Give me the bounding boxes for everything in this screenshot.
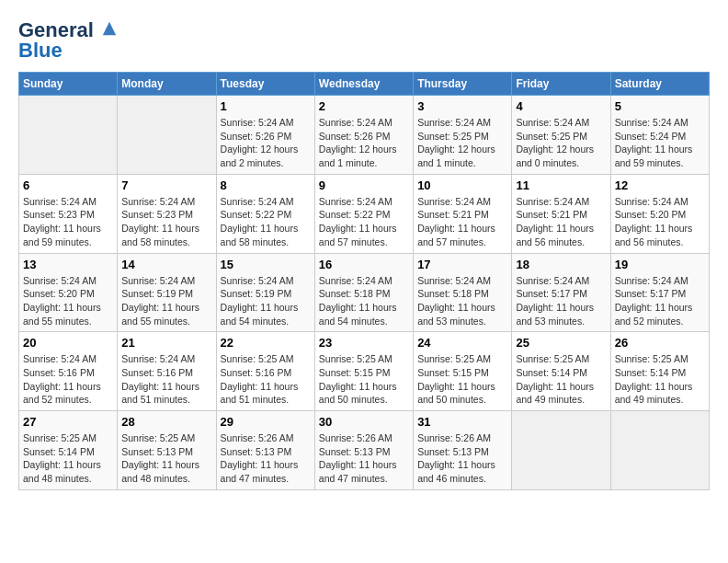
page-header: General Blue <box>18 18 710 63</box>
day-number: 2 <box>319 99 409 113</box>
day-info: Sunrise: 5:24 AM Sunset: 5:18 PM Dayligh… <box>319 274 409 328</box>
day-info: Sunrise: 5:25 AM Sunset: 5:14 PM Dayligh… <box>615 352 705 407</box>
day-number: 19 <box>615 258 705 271</box>
day-number: 22 <box>221 336 311 350</box>
day-number: 29 <box>221 415 311 429</box>
day-info: Sunrise: 5:24 AM Sunset: 5:24 PM Dayligh… <box>615 116 705 170</box>
day-cell: 26Sunrise: 5:25 AM Sunset: 5:14 PM Dayli… <box>610 332 709 411</box>
day-info: Sunrise: 5:25 AM Sunset: 5:13 PM Dayligh… <box>121 431 211 486</box>
day-info: Sunrise: 5:25 AM Sunset: 5:16 PM Dayligh… <box>221 352 311 407</box>
day-number: 6 <box>23 178 113 192</box>
day-cell: 8Sunrise: 5:24 AM Sunset: 5:22 PM Daylig… <box>216 174 314 253</box>
day-info: Sunrise: 5:25 AM Sunset: 5:14 PM Dayligh… <box>516 352 606 407</box>
day-info: Sunrise: 5:24 AM Sunset: 5:16 PM Dayligh… <box>23 352 113 407</box>
day-cell: 4Sunrise: 5:24 AM Sunset: 5:25 PM Daylig… <box>512 96 610 175</box>
day-cell: 10Sunrise: 5:24 AM Sunset: 5:21 PM Dayli… <box>414 174 512 253</box>
week-row-3: 13Sunrise: 5:24 AM Sunset: 5:20 PM Dayli… <box>19 253 710 332</box>
svg-marker-0 <box>103 22 116 35</box>
day-info: Sunrise: 5:24 AM Sunset: 5:23 PM Dayligh… <box>23 195 113 249</box>
day-cell: 18Sunrise: 5:24 AM Sunset: 5:17 PM Dayli… <box>512 253 610 332</box>
day-number: 24 <box>417 336 507 350</box>
day-cell: 14Sunrise: 5:24 AM Sunset: 5:19 PM Dayli… <box>118 253 216 332</box>
day-number: 26 <box>615 336 705 350</box>
day-number: 15 <box>221 258 311 271</box>
day-info: Sunrise: 5:24 AM Sunset: 5:21 PM Dayligh… <box>516 195 606 249</box>
header-cell-tuesday: Tuesday <box>216 73 314 96</box>
day-info: Sunrise: 5:24 AM Sunset: 5:22 PM Dayligh… <box>319 195 409 249</box>
day-cell: 1Sunrise: 5:24 AM Sunset: 5:26 PM Daylig… <box>216 96 314 175</box>
day-number: 17 <box>417 258 507 271</box>
day-number: 28 <box>121 415 211 429</box>
day-info: Sunrise: 5:25 AM Sunset: 5:15 PM Dayligh… <box>417 352 507 407</box>
header-cell-saturday: Saturday <box>610 73 709 96</box>
day-cell: 12Sunrise: 5:24 AM Sunset: 5:20 PM Dayli… <box>610 174 709 253</box>
day-cell: 15Sunrise: 5:24 AM Sunset: 5:19 PM Dayli… <box>216 253 314 332</box>
day-number: 21 <box>121 336 211 350</box>
day-info: Sunrise: 5:24 AM Sunset: 5:21 PM Dayligh… <box>417 195 507 249</box>
day-cell <box>19 96 118 175</box>
header-row: SundayMondayTuesdayWednesdayThursdayFrid… <box>19 73 710 96</box>
day-info: Sunrise: 5:24 AM Sunset: 5:22 PM Dayligh… <box>221 195 311 249</box>
day-number: 25 <box>516 336 606 350</box>
day-cell: 25Sunrise: 5:25 AM Sunset: 5:14 PM Dayli… <box>512 332 610 411</box>
day-cell <box>610 411 709 490</box>
day-cell: 13Sunrise: 5:24 AM Sunset: 5:20 PM Dayli… <box>19 253 118 332</box>
day-number: 31 <box>417 415 507 429</box>
day-info: Sunrise: 5:24 AM Sunset: 5:25 PM Dayligh… <box>417 116 507 170</box>
day-number: 16 <box>319 258 409 271</box>
day-number: 30 <box>319 415 409 429</box>
day-cell <box>118 96 216 175</box>
header-cell-sunday: Sunday <box>19 73 118 96</box>
day-number: 1 <box>221 99 311 113</box>
day-number: 18 <box>516 258 606 271</box>
day-number: 5 <box>615 99 705 113</box>
day-number: 10 <box>417 178 507 192</box>
day-number: 27 <box>23 415 113 429</box>
day-info: Sunrise: 5:24 AM Sunset: 5:23 PM Dayligh… <box>121 195 211 249</box>
day-number: 9 <box>319 178 409 192</box>
day-cell: 16Sunrise: 5:24 AM Sunset: 5:18 PM Dayli… <box>314 253 413 332</box>
day-info: Sunrise: 5:24 AM Sunset: 5:16 PM Dayligh… <box>121 352 211 407</box>
day-cell: 5Sunrise: 5:24 AM Sunset: 5:24 PM Daylig… <box>610 96 709 175</box>
day-info: Sunrise: 5:24 AM Sunset: 5:18 PM Dayligh… <box>417 274 507 328</box>
day-info: Sunrise: 5:24 AM Sunset: 5:26 PM Dayligh… <box>319 116 409 170</box>
day-cell: 7Sunrise: 5:24 AM Sunset: 5:23 PM Daylig… <box>118 174 216 253</box>
day-cell: 17Sunrise: 5:24 AM Sunset: 5:18 PM Dayli… <box>414 253 512 332</box>
week-row-4: 20Sunrise: 5:24 AM Sunset: 5:16 PM Dayli… <box>19 332 710 411</box>
header-cell-friday: Friday <box>512 73 610 96</box>
day-info: Sunrise: 5:25 AM Sunset: 5:14 PM Dayligh… <box>23 431 113 486</box>
logo-blue: Blue <box>18 39 63 63</box>
day-cell: 3Sunrise: 5:24 AM Sunset: 5:25 PM Daylig… <box>414 96 512 175</box>
day-info: Sunrise: 5:24 AM Sunset: 5:20 PM Dayligh… <box>615 195 705 249</box>
day-cell: 24Sunrise: 5:25 AM Sunset: 5:15 PM Dayli… <box>414 332 512 411</box>
day-cell: 11Sunrise: 5:24 AM Sunset: 5:21 PM Dayli… <box>512 174 610 253</box>
day-number: 23 <box>319 336 409 350</box>
logo: General Blue <box>18 18 118 63</box>
day-number: 8 <box>221 178 311 192</box>
day-number: 13 <box>23 258 113 271</box>
day-cell <box>512 411 610 490</box>
day-cell: 31Sunrise: 5:26 AM Sunset: 5:13 PM Dayli… <box>414 411 512 490</box>
header-cell-wednesday: Wednesday <box>314 73 413 96</box>
header-cell-thursday: Thursday <box>414 73 512 96</box>
day-info: Sunrise: 5:24 AM Sunset: 5:26 PM Dayligh… <box>221 116 311 170</box>
day-cell: 23Sunrise: 5:25 AM Sunset: 5:15 PM Dayli… <box>314 332 413 411</box>
day-info: Sunrise: 5:26 AM Sunset: 5:13 PM Dayligh… <box>417 431 507 486</box>
day-number: 20 <box>23 336 113 350</box>
day-cell: 29Sunrise: 5:26 AM Sunset: 5:13 PM Dayli… <box>216 411 314 490</box>
day-number: 4 <box>516 99 606 113</box>
day-info: Sunrise: 5:24 AM Sunset: 5:17 PM Dayligh… <box>516 274 606 328</box>
day-cell: 2Sunrise: 5:24 AM Sunset: 5:26 PM Daylig… <box>314 96 413 175</box>
day-info: Sunrise: 5:26 AM Sunset: 5:13 PM Dayligh… <box>221 431 311 486</box>
day-cell: 9Sunrise: 5:24 AM Sunset: 5:22 PM Daylig… <box>314 174 413 253</box>
day-info: Sunrise: 5:24 AM Sunset: 5:19 PM Dayligh… <box>121 274 211 328</box>
day-cell: 30Sunrise: 5:26 AM Sunset: 5:13 PM Dayli… <box>314 411 413 490</box>
day-cell: 19Sunrise: 5:24 AM Sunset: 5:17 PM Dayli… <box>610 253 709 332</box>
day-cell: 20Sunrise: 5:24 AM Sunset: 5:16 PM Dayli… <box>19 332 118 411</box>
day-number: 11 <box>516 178 606 192</box>
day-info: Sunrise: 5:26 AM Sunset: 5:13 PM Dayligh… <box>319 431 409 486</box>
day-number: 12 <box>615 178 705 192</box>
day-info: Sunrise: 5:24 AM Sunset: 5:25 PM Dayligh… <box>516 116 606 170</box>
day-info: Sunrise: 5:25 AM Sunset: 5:15 PM Dayligh… <box>319 352 409 407</box>
day-cell: 21Sunrise: 5:24 AM Sunset: 5:16 PM Dayli… <box>118 332 216 411</box>
